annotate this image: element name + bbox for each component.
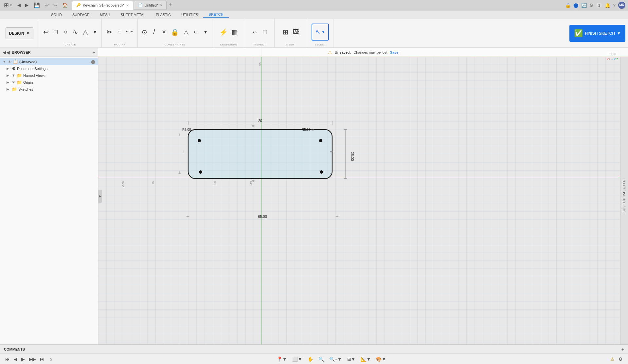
browser-collapse-icon[interactable]: ◀◀ xyxy=(3,50,10,55)
undo-btn[interactable]: ↩ xyxy=(44,2,50,8)
tab-sketch[interactable]: SKETCH xyxy=(203,11,228,18)
tree-root-visible-icon[interactable]: ⬤ xyxy=(91,60,95,64)
tangent-tool[interactable]: ○ xyxy=(191,27,200,37)
tab-surface[interactable]: SURFACE xyxy=(67,12,95,18)
coincident-tool[interactable]: ⊙ xyxy=(140,27,149,37)
playback-start[interactable]: ⏮ xyxy=(4,356,11,362)
save-btn[interactable]: 💾 xyxy=(32,2,42,9)
browser-settings-icon[interactable]: + xyxy=(93,50,95,55)
select-cursor-icon: ↖ xyxy=(315,28,320,36)
finish-sketch-button[interactable]: ✅ FINISH SKETCH ▼ xyxy=(569,25,625,42)
configure-tool-1[interactable]: ⚡ xyxy=(218,27,229,37)
pan-tool[interactable]: ✋ xyxy=(306,356,314,362)
toolbar-tab-row: SOLID SURFACE MESH SHEET METAL PLASTIC U… xyxy=(0,10,628,19)
zoom-extent-tool[interactable]: 🔍+▼ xyxy=(328,356,343,362)
playback-end[interactable]: ⏭ xyxy=(39,356,46,362)
add-tab-button[interactable]: + xyxy=(167,1,173,9)
bottom-settings-btn[interactable]: ⚙ xyxy=(617,356,624,362)
design-dropdown[interactable]: DESIGN ▼ xyxy=(6,27,34,39)
playback-next[interactable]: ▶▶ xyxy=(27,356,37,362)
tree-doc-icon: ⚙ xyxy=(12,66,16,71)
grid-settings[interactable]: 📐▼ xyxy=(359,356,372,362)
tab-untitled[interactable]: 📄 Untitled* × xyxy=(134,1,167,10)
bottom-right: ⚠ ⚙ xyxy=(610,356,624,362)
playback-play[interactable]: ▶ xyxy=(20,356,26,362)
app-menu-button[interactable]: ⊞ ▼ xyxy=(3,1,14,9)
tree-item-origin[interactable]: ▶ 👁 📁 Origin xyxy=(0,79,98,86)
tab-untitled-icon: 📄 xyxy=(138,3,143,7)
tab-keychain[interactable]: 🔑 Keychain (v1–recovered)* × xyxy=(72,1,133,10)
panel-collapse-handle[interactable]: ▶ xyxy=(98,190,102,203)
tree-item-root[interactable]: ▼ 👁 📋 (Unsaved) ⬤ xyxy=(0,58,98,65)
configure-section: ⚡ ▦ CONFIGURE xyxy=(212,19,245,47)
display-tool[interactable]: ⬜▼ xyxy=(291,356,304,362)
save-link[interactable]: Save xyxy=(390,50,399,54)
color-settings[interactable]: 🎨▼ xyxy=(375,356,387,362)
tree-named-eye[interactable]: 👁 xyxy=(12,74,15,78)
playback-prev[interactable]: ◀ xyxy=(12,356,19,362)
spline-tool[interactable]: ∿ xyxy=(71,27,80,37)
tab-keychain-label: Keychain (v1–recovered)* xyxy=(83,3,124,7)
line-tool[interactable]: ↩ xyxy=(41,27,50,37)
tab-mesh[interactable]: MESH xyxy=(95,12,116,18)
offset-tool[interactable]: ⊂ xyxy=(115,27,124,36)
nav-forward-btn[interactable]: ▶ xyxy=(24,2,29,8)
corner-dot-br xyxy=(320,170,323,174)
insert-tool-2[interactable]: 🖼 xyxy=(291,27,301,37)
zoom-tool[interactable]: 🔍 xyxy=(317,356,325,362)
collapse-icon: ▶ xyxy=(99,194,101,198)
corner-dot-tl xyxy=(198,139,201,142)
collinear-tool[interactable]: / xyxy=(150,27,159,37)
tab-utilities[interactable]: UTILITIES xyxy=(176,12,203,18)
help-icon[interactable]: ? xyxy=(613,3,616,8)
tab-solid[interactable]: SOLID xyxy=(46,12,67,18)
home-btn[interactable]: 🏠 xyxy=(61,2,69,9)
snap-tool[interactable]: 📍▼ xyxy=(276,356,288,362)
sync-icon: 🔄 xyxy=(581,3,587,8)
trim-tool[interactable]: ✂ xyxy=(105,27,114,37)
settings-icon[interactable]: ⚙ xyxy=(589,3,594,8)
equal-tool[interactable]: △ xyxy=(181,27,190,37)
configure-tool-2[interactable]: ▦ xyxy=(230,27,240,37)
insert-tool-1[interactable]: ⊞ xyxy=(281,27,290,37)
parallel-tool[interactable]: × xyxy=(159,27,169,37)
tab-plastic[interactable]: PLASTIC xyxy=(151,12,176,18)
tab-untitled-close[interactable]: × xyxy=(160,3,162,7)
measure-tool[interactable]: ↔ xyxy=(250,27,260,37)
tree-sketches-arrow: ▶ xyxy=(7,87,10,91)
modify-section: ✂ ⊂ 〰 MODIFY xyxy=(102,19,138,47)
configure-label: CONFIGURE xyxy=(212,43,245,46)
rectangle-tool[interactable]: □ xyxy=(51,27,60,37)
canvas-area[interactable]: ⚠ Unsaved: Changes may be lost Save TOP … xyxy=(98,48,628,344)
sketch-palette-panel[interactable]: SKETCH PALETTE xyxy=(620,48,628,344)
interference-tool[interactable]: □ xyxy=(260,27,270,37)
redo-btn[interactable]: ↪ xyxy=(52,2,58,8)
more-create-tool[interactable]: ▾ xyxy=(90,27,99,36)
nav-back-btn[interactable]: ◀ xyxy=(16,2,22,8)
fix-tool[interactable]: 🔒 xyxy=(169,27,181,37)
title-right: 🔒 ⬤ 🔄 ⚙ 1 🔔 ? MR xyxy=(565,2,625,9)
polygon-tool[interactable]: △ xyxy=(81,27,90,37)
select-button[interactable]: ↖ ▼ xyxy=(312,24,329,41)
tree-origin-eye[interactable]: 👁 xyxy=(12,80,15,84)
main-toolbar: DESIGN ▼ ↩ □ ○ ∿ △ ▾ CREATE ✂ ⊂ 〰 MODIFY… xyxy=(0,19,628,48)
tree-root-eye[interactable]: 👁 xyxy=(8,60,11,64)
comments-settings-icon[interactable]: + xyxy=(621,347,624,352)
display-settings[interactable]: ⊞▼ xyxy=(346,356,357,362)
tree-item-named-views[interactable]: ▶ 👁 📁 Named Views xyxy=(0,72,98,79)
tab-sheet-metal[interactable]: SHEET METAL xyxy=(116,12,151,18)
finish-sketch-section: ✅ FINISH SKETCH ▼ xyxy=(567,19,628,47)
more-constraints[interactable]: ▾ xyxy=(201,27,210,36)
tree-item-sketches[interactable]: ▶ 📁 Sketches xyxy=(0,86,98,93)
design-dropdown-icon: ▼ xyxy=(26,31,30,36)
tree-item-doc-settings[interactable]: ▶ ⚙ Document Settings xyxy=(0,65,98,72)
tree-named-label: Named Views xyxy=(23,74,45,78)
user-avatar[interactable]: MR xyxy=(618,2,625,9)
tab-keychain-close[interactable]: × xyxy=(126,3,129,8)
circle-tool[interactable]: ○ xyxy=(61,27,70,37)
y-axis-label: →X xyxy=(611,58,616,61)
coord-m50: -50 xyxy=(213,181,217,185)
fillet-tool[interactable]: 〰 xyxy=(125,27,135,37)
svg-text:⟂: ⟂ xyxy=(178,132,181,137)
notification-icon[interactable]: 🔔 xyxy=(605,3,610,8)
